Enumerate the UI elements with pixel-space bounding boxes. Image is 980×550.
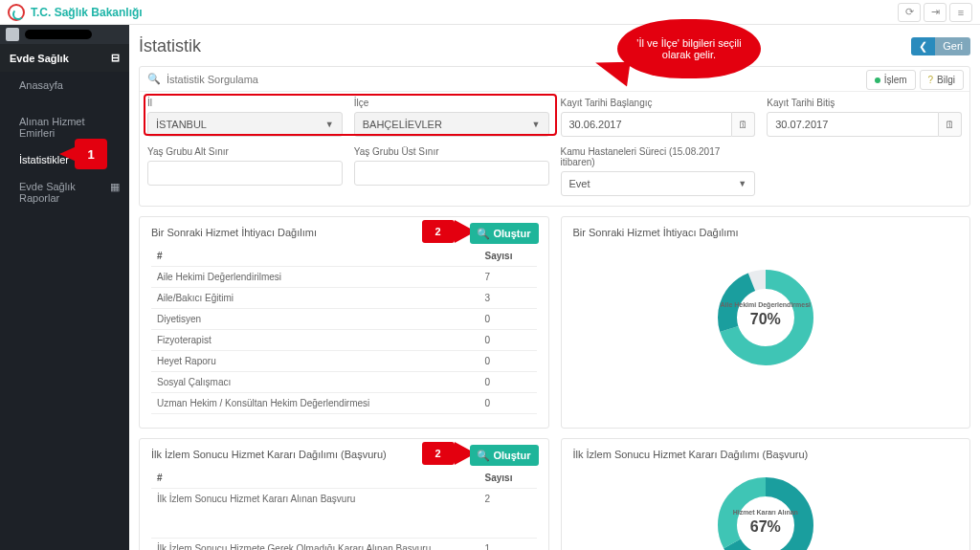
page-title: İstatistik: [139, 36, 201, 56]
logout-icon[interactable]: ⇥: [924, 3, 947, 22]
brand: T.C. Sağlık Bakanlığı: [8, 4, 143, 21]
table-dagilim-2: #Sayısı İlk İzlem Sonucu Hizmet Kararı A…: [151, 468, 537, 550]
label-ilce: İlçe: [354, 98, 549, 108]
select-il[interactable]: İSTANBUL▼: [147, 112, 343, 137]
annotation-badge-2: 2: [422, 220, 455, 243]
olustur-button[interactable]: 🔍Oluştur: [470, 445, 538, 466]
panel-title: Bir Sonraki Hizmet İhtiyacı Dağılımı: [151, 227, 317, 238]
sidebar-section-header[interactable]: Evde Sağlık ⊟: [0, 44, 129, 72]
olustur-button[interactable]: 🔍Oluştur: [470, 223, 538, 244]
label-end-date: Kayıt Tarihi Bitiş: [767, 98, 962, 108]
sidebar-item-anasayfa[interactable]: Anasayfa: [0, 72, 129, 99]
back-button[interactable]: ❮ Geri: [911, 37, 970, 55]
sidebar-item-alinan-hizmet[interactable]: Alınan Hizmet Emirleri: [0, 108, 129, 146]
select-il-value: İSTANBUL: [156, 119, 207, 130]
search-row: 🔍 İstatistik Sorgulama İşlem ?Bilgi: [140, 67, 969, 92]
label-il: İl: [147, 98, 343, 108]
annotation-arrow-2b: 2: [422, 442, 476, 465]
input-yas-ust[interactable]: [354, 161, 549, 186]
col-sayisi: Sayısı: [479, 246, 537, 267]
filter-tabs: İşlem ?Bilgi: [866, 70, 964, 90]
top-buttons: ⟳ ⇥ ≡: [898, 3, 972, 22]
olustur-label: Oluştur: [493, 228, 530, 239]
donut-percent: 67%: [713, 518, 818, 536]
olustur-label: Oluştur: [493, 450, 530, 461]
col-hash: #: [151, 468, 479, 489]
back-label: Geri: [935, 37, 970, 55]
col-sayisi: Sayısı: [479, 468, 537, 489]
table-row: Fizyoterapist0: [151, 330, 537, 351]
panel-dagilim-2-chart: İlk İzlem Sonucu Hizmet Kararı Dağılımı …: [561, 438, 971, 550]
donut-chart-2: Hizmet Kararı Alınan 67%: [713, 473, 818, 550]
search-icon: 🔍: [477, 228, 490, 240]
chevron-down-icon: ▼: [738, 179, 746, 188]
label-start-date: Kayıt Tarihi Başlangıç: [561, 98, 756, 108]
donut-percent: 70%: [713, 311, 818, 328]
label-kamu: Kamu Hastaneleri Süreci (15.08.2017 itib…: [561, 146, 756, 167]
label-yas-ust: Yaş Grubu Üst Sınır: [354, 146, 549, 157]
tab-label: İşlem: [884, 75, 907, 85]
annotation-badge-1: 1: [75, 139, 107, 169]
input-start-date[interactable]: [561, 112, 732, 137]
table-row: Heyet Raporu0: [151, 351, 537, 372]
donut-label: Aile Hekimi Değerlendirmesi: [713, 301, 818, 308]
table-row: İlk İzlem Sonucu Hizmete Gerek Olmadığı …: [151, 539, 537, 551]
tab-label: Bilgi: [937, 75, 955, 85]
chevron-down-icon: ▼: [532, 120, 541, 129]
donut-chart-1: Aile Hekimi Değerlendirmesi 70%: [713, 265, 818, 370]
filter-card: 🔍 İstatistik Sorgulama İşlem ?Bilgi İl İ…: [139, 66, 970, 207]
input-yas-alt[interactable]: [147, 161, 343, 186]
back-chevron-icon: ❮: [911, 37, 935, 55]
filters-grid: İl İSTANBUL▼ İlçe BAHÇELİEVLER▼ Kayıt Ta…: [140, 92, 969, 206]
field-end-date: Kayıt Tarihi Bitiş 🗓: [767, 98, 962, 137]
select-kamu-value: Evet: [569, 178, 590, 189]
user-row: [0, 25, 129, 44]
select-ilce[interactable]: BAHÇELİEVLER▼: [354, 112, 549, 137]
label-yas-alt: Yaş Grubu Alt Sınır: [147, 146, 343, 157]
panel-title: İlk İzlem Sonucu Hizmet Kararı Dağılımı …: [573, 449, 809, 460]
brand-text: T.C. Sağlık Bakanlığı: [31, 6, 143, 19]
main-content: 'İl ve İlçe' bilgileri seçili olarak gel…: [129, 25, 980, 550]
avatar: [6, 28, 19, 41]
select-kamu[interactable]: Evet▼: [561, 171, 756, 196]
search-icon: 🔍: [477, 450, 490, 462]
panel-title: İlk İzlem Sonucu Hizmet Kararı Dağılımı …: [151, 449, 387, 460]
search-icon: 🔍: [147, 73, 161, 85]
annotation-callout: 'İl ve İlçe' bilgileri seçili olarak gel…: [617, 25, 761, 78]
field-yas-alt: Yaş Grubu Alt Sınır: [147, 146, 343, 196]
panel-dagilim-2-table: İlk İzlem Sonucu Hizmet Kararı Dağılımı …: [139, 438, 549, 550]
annotation-badge-2: 2: [422, 442, 455, 465]
panel-title: Bir Sonraki Hizmet İhtiyacı Dağılımı: [573, 227, 739, 238]
field-ilce: İlçe BAHÇELİEVLER▼: [354, 98, 549, 137]
table-row: Diyetisyen0: [151, 309, 537, 330]
field-kamu: Kamu Hastaneleri Süreci (15.08.2017 itib…: [561, 146, 756, 196]
table-row: Uzman Hekim / Konsültan Hekim Değerlendi…: [151, 393, 537, 414]
donut-label: Hizmet Kararı Alınan: [713, 509, 818, 516]
menu-icon[interactable]: ≡: [949, 3, 972, 22]
field-il: İl İSTANBUL▼: [147, 98, 343, 137]
refresh-icon[interactable]: ⟳: [898, 3, 921, 22]
tab-islem[interactable]: İşlem: [866, 70, 916, 90]
calendar-icon[interactable]: 🗓: [732, 112, 755, 137]
sidebar-section-label: Evde Sağlık: [10, 53, 69, 64]
collapse-icon: ⊟: [111, 52, 120, 64]
field-yas-ust: Yaş Grubu Üst Sınır: [354, 146, 549, 196]
sidebar-item-raporlar[interactable]: Evde Sağlık Raporlar ▦: [0, 173, 129, 211]
table-row: Sosyal Çalışmacı0: [151, 372, 537, 393]
title-bar: İstatistik ❮ Geri: [139, 31, 970, 66]
user-name-redacted: [25, 30, 92, 39]
table-dagilim-1: #Sayısı Aile Hekimi Değerlendirilmesi7Ai…: [151, 246, 537, 414]
search-title: İstatistik Sorgulama: [167, 74, 962, 85]
panel-dagilim-1-chart: Bir Sonraki Hizmet İhtiyacı Dağılımı Ail…: [561, 216, 971, 429]
annotation-callout-text: 'İl ve İlçe' bilgileri seçili olarak gel…: [631, 37, 747, 60]
input-end-date[interactable]: [767, 112, 938, 137]
brand-logo-icon: [8, 4, 25, 21]
submenu-icon: ▦: [110, 181, 120, 204]
sidebar: Evde Sağlık ⊟ Anasayfa Alınan Hizmet Emi…: [0, 25, 129, 550]
calendar-icon[interactable]: 🗓: [939, 112, 962, 137]
tab-bilgi[interactable]: ?Bilgi: [920, 70, 964, 90]
top-bar: T.C. Sağlık Bakanlığı ⟳ ⇥ ≡: [0, 0, 980, 25]
chevron-down-icon: ▼: [325, 120, 334, 129]
help-icon: ?: [928, 75, 934, 85]
status-dot-icon: [875, 77, 880, 83]
